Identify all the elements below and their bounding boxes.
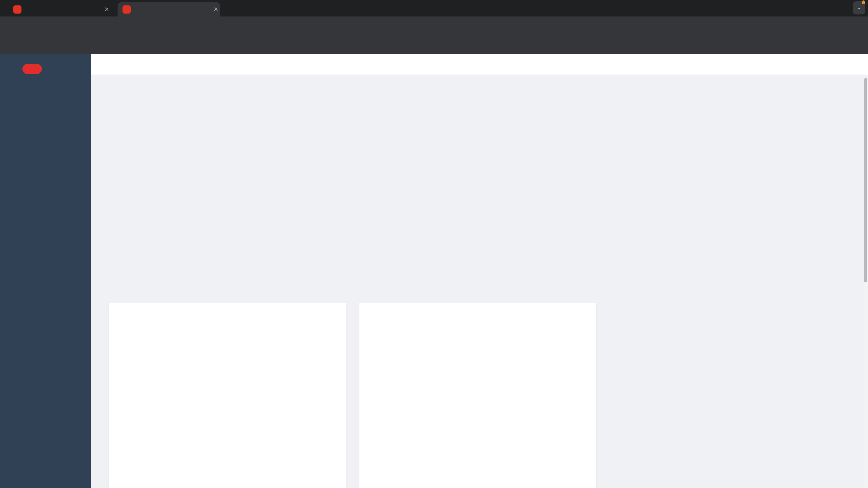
category-pie-card-2	[360, 303, 596, 488]
xiaohongshu-favicon	[123, 5, 131, 13]
browser-tab-strip: ✕ ✕ ⌄	[0, 0, 868, 17]
logo-badge	[22, 64, 42, 74]
search-icon[interactable]	[745, 59, 756, 70]
page-scrollbar-thumb[interactable]	[864, 78, 867, 283]
github-icon[interactable]	[761, 59, 771, 70]
tab-close-icon[interactable]: ✕	[102, 6, 111, 13]
bookmarks-bar	[0, 36, 868, 54]
screen: ✕ ✕ ⌄	[0, 0, 868, 488]
notification-dot	[862, 0, 865, 4]
browser-tab-1[interactable]: ✕	[8, 2, 111, 17]
github-corner-ribbon[interactable]	[818, 74, 868, 124]
browser-tab-2-active[interactable]: ✕	[118, 2, 220, 17]
fullscreen-icon[interactable]	[793, 59, 803, 70]
category-pie-card-1	[109, 303, 346, 488]
collapse-sidebar-icon[interactable]	[100, 60, 111, 69]
dashboard-content	[91, 74, 868, 488]
sidebar	[0, 54, 91, 488]
font-size-icon[interactable]	[808, 59, 819, 70]
browser-toolbar	[0, 17, 868, 36]
page-header	[91, 54, 868, 74]
xiaohongshu-favicon	[13, 5, 22, 13]
user-avatar[interactable]	[826, 56, 843, 73]
help-icon[interactable]	[777, 59, 787, 70]
tab-close-icon[interactable]: ✕	[211, 6, 220, 13]
app-logo[interactable]	[0, 59, 91, 79]
new-tab-button[interactable]	[226, 4, 237, 15]
